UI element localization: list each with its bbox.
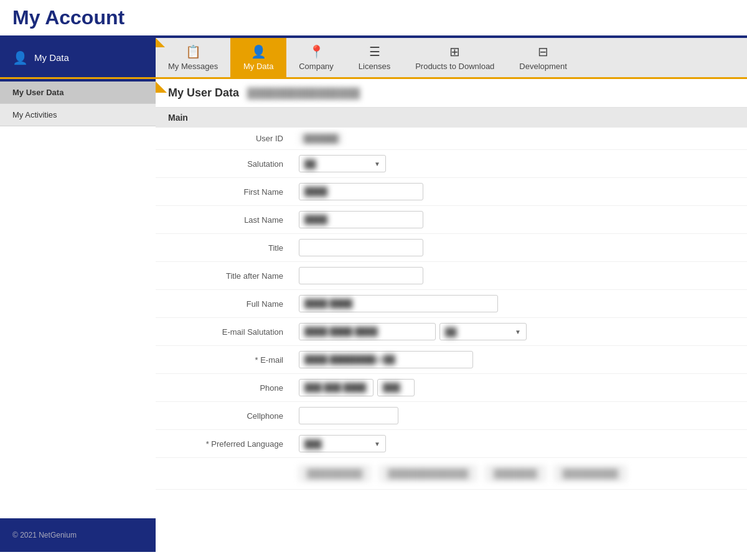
my-data-icon: 👤	[251, 44, 266, 59]
field-row-title-after: Title after Name	[156, 262, 747, 290]
field-row-last-name: Last Name ████	[156, 206, 747, 234]
licenses-icon: ☰	[369, 44, 380, 59]
last-name-input[interactable]: ████	[299, 211, 423, 228]
value-title	[293, 234, 747, 262]
field-row-phone: Phone ███ ███ ████ ███	[156, 374, 747, 402]
user-display-name: ████████████████	[247, 88, 360, 99]
full-name-input[interactable]: ████ ████	[299, 295, 498, 312]
sidebar-my-data-tab[interactable]: 👤 My Data	[0, 38, 156, 77]
title-input[interactable]	[299, 239, 423, 256]
field-row-full-name: Full Name ████ ████	[156, 290, 747, 318]
main-content: My User Data ████████████████ Main User …	[156, 79, 747, 552]
label-full-name: Full Name	[156, 290, 293, 318]
user-id-value: ██████	[299, 133, 343, 144]
field-row-preferred-language: * Preferred Language ███ ▼	[156, 430, 747, 458]
title-after-input[interactable]	[299, 267, 423, 284]
sidebar-wrapper: My User Data My Activities © 2021 NetGen…	[0, 79, 156, 552]
full-name-value: ████ ████	[304, 299, 352, 308]
tab-licenses[interactable]: ☰ Licenses	[346, 38, 403, 77]
bottom-field-2: █████████████	[380, 465, 476, 482]
phone-input[interactable]: ███ ███ ████	[299, 379, 374, 396]
value-title-after	[293, 262, 747, 290]
tab-my-messages-label: My Messages	[168, 62, 218, 71]
page-header: My Account	[0, 0, 747, 38]
tab-my-data-label: My Data	[243, 62, 273, 71]
field-row-bottom: █████████ █████████████ ███████ ████████…	[156, 458, 747, 490]
value-cellphone	[293, 402, 747, 430]
tab-products-to-download[interactable]: ⊞ Products to Download	[403, 38, 507, 77]
products-icon: ⊞	[449, 44, 460, 59]
preferred-language-select[interactable]: ███ ▼	[299, 435, 386, 452]
tab-my-data[interactable]: 👤 My Data	[230, 38, 286, 77]
cellphone-input[interactable]	[299, 407, 398, 424]
phone-ext-input[interactable]: ███	[377, 379, 415, 396]
phone-value: ███ ███ ████	[304, 383, 366, 392]
tab-company[interactable]: 📍 Company	[286, 38, 346, 77]
label-title-after: Title after Name	[156, 262, 293, 290]
value-preferred-language: ███ ▼	[293, 430, 747, 458]
sidebar-item-my-user-data-label: My User Data	[12, 88, 63, 97]
salutation-arrow: ▼	[374, 161, 380, 167]
tab-products-label: Products to Download	[415, 62, 494, 71]
first-name-input[interactable]: ████	[299, 183, 423, 200]
tab-licenses-label: Licenses	[359, 62, 390, 71]
label-email: * E-mail	[156, 346, 293, 374]
label-salutation: Salutation	[156, 150, 293, 178]
person-icon: 👤	[12, 50, 28, 65]
email-salutation-select[interactable]: ██ ▼	[439, 323, 527, 340]
company-icon: 📍	[309, 44, 324, 59]
value-phone: ███ ███ ████ ███	[293, 374, 747, 402]
phone-ext-value: ███	[383, 383, 400, 392]
email-value: ████.████████@██	[304, 355, 395, 364]
salutation-select[interactable]: ██ ▼	[299, 155, 386, 172]
label-last-name: Last Name	[156, 206, 293, 234]
email-salutation-arrow: ▼	[515, 329, 521, 335]
user-data-form: User ID ██████ Salutation ██ ▼	[156, 128, 747, 490]
label-bottom	[156, 458, 293, 490]
nav-bar: 👤 My Data 📋 My Messages 👤 My Data 📍 Comp…	[0, 38, 747, 79]
salutation-value: ██	[304, 159, 374, 169]
last-name-value: ████	[304, 215, 327, 224]
orange-corner-decoration	[156, 38, 165, 47]
label-user-id: User ID	[156, 128, 293, 150]
label-phone: Phone	[156, 374, 293, 402]
section-main-header: Main	[156, 108, 747, 128]
tab-development[interactable]: ⊟ Development	[507, 38, 580, 77]
label-preferred-language: * Preferred Language	[156, 430, 293, 458]
sidebar: My User Data My Activities	[0, 79, 156, 126]
bottom-field-4: █████████	[555, 465, 626, 482]
preferred-language-value: ███	[304, 439, 374, 449]
section-main-label: Main	[168, 113, 188, 123]
label-email-salutation: E-mail Salutation	[156, 318, 293, 346]
messages-icon: 📋	[186, 44, 201, 59]
tab-company-label: Company	[299, 62, 334, 71]
preferred-language-arrow: ▼	[374, 441, 380, 447]
field-row-salutation: Salutation ██ ▼	[156, 150, 747, 178]
field-row-user-id: User ID ██████	[156, 128, 747, 150]
value-email-salutation: ████ ████ ████ ██ ▼	[293, 318, 747, 346]
value-user-id: ██████	[293, 128, 747, 150]
page-title: My Account	[12, 6, 735, 29]
field-row-email: * E-mail ████.████████@██	[156, 346, 747, 374]
tab-my-messages[interactable]: 📋 My Messages	[156, 38, 230, 77]
label-first-name: First Name	[156, 178, 293, 206]
email-salutation-input[interactable]: ████ ████ ████	[299, 323, 436, 340]
value-full-name: ████ ████	[293, 290, 747, 318]
sidebar-item-my-user-data[interactable]: My User Data	[0, 82, 156, 104]
main-layout: My User Data My Activities © 2021 NetGen…	[0, 79, 747, 552]
content-header: My User Data ████████████████	[156, 79, 747, 108]
field-row-cellphone: Cellphone	[156, 402, 747, 430]
bottom-field-1: █████████	[299, 465, 370, 482]
value-last-name: ████	[293, 206, 747, 234]
sidebar-item-my-activities[interactable]: My Activities	[0, 104, 156, 126]
sidebar-item-my-activities-label: My Activities	[12, 110, 57, 119]
field-row-email-salutation: E-mail Salutation ████ ████ ████ ██ ▼	[156, 318, 747, 346]
content-title: My User Data	[168, 86, 239, 99]
label-title: Title	[156, 234, 293, 262]
email-input[interactable]: ████.████████@██	[299, 351, 473, 368]
value-salutation: ██ ▼	[293, 150, 747, 178]
development-icon: ⊟	[538, 44, 548, 59]
first-name-value: ████	[304, 187, 327, 196]
email-salutation-value: ████ ████ ████	[304, 327, 378, 336]
sidebar-tab-label: My Data	[34, 52, 69, 63]
